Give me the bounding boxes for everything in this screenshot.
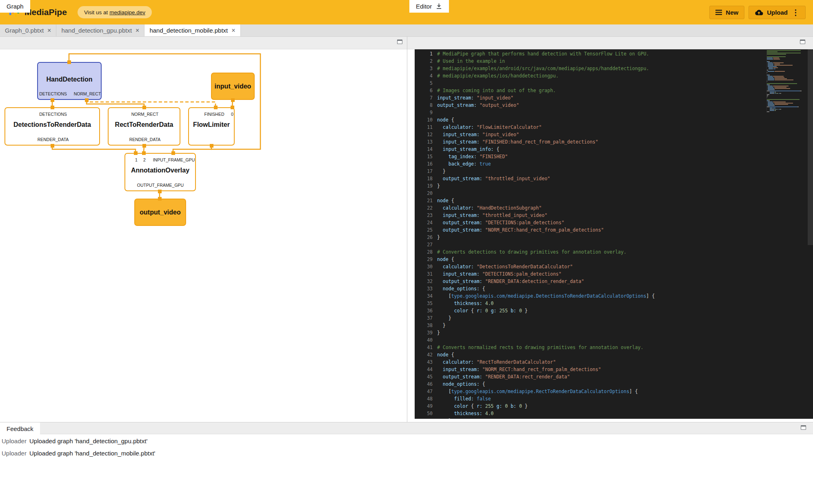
code-line[interactable]: 37 } bbox=[415, 314, 760, 322]
code-text: [type.googleapis.com/mediapipe.RectToRen… bbox=[437, 389, 638, 394]
port-label: 1 bbox=[135, 157, 138, 162]
code-text: # Converts normalized rects to drawing p… bbox=[437, 345, 643, 350]
code-line[interactable]: 2# Used in the example in bbox=[415, 57, 760, 65]
code-line[interactable]: 17 } bbox=[415, 168, 760, 175]
visit-label: Visit us at bbox=[84, 9, 108, 15]
code-line[interactable]: 51 } bbox=[415, 417, 760, 419]
editor-panel-tab[interactable]: Editor bbox=[409, 0, 449, 13]
code-line[interactable]: 27 bbox=[415, 241, 760, 248]
graph-node-detections-to-render-data[interactable]: DETECTIONS DetectionsToRenderData RENDER… bbox=[4, 107, 100, 146]
code-line[interactable]: 46 node_options: { bbox=[415, 380, 760, 388]
code-line[interactable]: 31 input_stream: "DETECTIONS:palm_detect… bbox=[415, 270, 760, 278]
code-line[interactable]: 4# mediapipie/examples/ios/handdetection… bbox=[415, 72, 760, 80]
code-line[interactable]: 21node { bbox=[415, 197, 760, 204]
editor-maximize-icon[interactable] bbox=[800, 40, 805, 44]
code-line[interactable]: 9 bbox=[415, 109, 760, 116]
graph-node-output-video[interactable]: output_video bbox=[134, 199, 186, 226]
feedback-text: Uploaded graph 'hand_detection_mobile.pb… bbox=[29, 450, 155, 457]
code-line[interactable]: 39} bbox=[415, 329, 760, 336]
code-line[interactable]: 40 bbox=[415, 336, 760, 344]
code-line[interactable]: 34 [type.googleapis.com/mediapipe.Detect… bbox=[415, 292, 760, 300]
graph-node-annotation-overlay[interactable]: 1 2 INPUT_FRAME_GPU AnnotationOverlay OU… bbox=[124, 153, 196, 191]
code-line[interactable]: 36 color { r: 0 g: 255 b: 0 } bbox=[415, 307, 760, 314]
port-label: FINISHED bbox=[204, 112, 224, 117]
code-line[interactable]: 32 output_stream: "RENDER_DATA:detection… bbox=[415, 278, 760, 285]
code-line[interactable]: 1# MediaPipe graph that performs hand de… bbox=[415, 50, 760, 57]
code-line[interactable]: 26} bbox=[415, 234, 760, 241]
code-line[interactable]: 23 input_stream: "throttled_input_video" bbox=[415, 212, 760, 219]
code-line[interactable]: 7input_stream: "input_video" bbox=[415, 94, 760, 102]
graph-panel-tab[interactable]: Graph bbox=[0, 0, 30, 13]
feedback-maximize-icon[interactable] bbox=[801, 425, 806, 430]
code-line[interactable]: 35 thickness: 4.0 bbox=[415, 300, 760, 307]
line-number: 37 bbox=[415, 314, 433, 322]
code-line[interactable]: 42node { bbox=[415, 351, 760, 358]
code-line[interactable]: 16 back_edge: true bbox=[415, 160, 760, 168]
code-line[interactable]: 38 } bbox=[415, 322, 760, 329]
port bbox=[51, 98, 54, 102]
code-line[interactable]: 50 thickness: 4.0 bbox=[415, 410, 760, 417]
close-tab-icon[interactable]: × bbox=[47, 27, 51, 34]
code-line[interactable]: 15 tag_index: "FINISHED" bbox=[415, 153, 760, 160]
tab-label: hand_detection_gpu.pbtxt bbox=[61, 27, 132, 34]
editor-scrollbar[interactable] bbox=[808, 49, 813, 245]
download-icon[interactable] bbox=[435, 3, 442, 10]
line-number: 21 bbox=[415, 197, 433, 204]
code-line[interactable]: 19} bbox=[415, 182, 760, 190]
port-label: NORM_RECT bbox=[131, 112, 159, 117]
feedback-panel-tab[interactable]: Feedback bbox=[0, 422, 40, 435]
tab-graph-0[interactable]: Graph_0.pbtxt × bbox=[0, 24, 56, 36]
code-line[interactable]: 28# Converts detections to drawing primi… bbox=[415, 248, 760, 256]
code-text: calculator: "DetectionsToRenderDataCalcu… bbox=[437, 264, 573, 270]
graph-node-hand-detection[interactable]: HandDetection DETECTIONS NORM_RECT bbox=[37, 62, 102, 100]
code-line[interactable]: 24 output_stream: "DETECTIONS:palm_detec… bbox=[415, 219, 760, 226]
line-number: 5 bbox=[415, 80, 433, 87]
minimap[interactable] bbox=[766, 50, 807, 113]
graph-node-rect-to-render-data[interactable]: NORM_RECT RectToRenderData RENDER_DATA bbox=[108, 107, 180, 146]
code-line[interactable]: 20 bbox=[415, 190, 760, 197]
tab-hand-detection-mobile[interactable]: hand_detection_mobile.pbtxt × bbox=[144, 24, 240, 36]
tab-hand-detection-gpu[interactable]: hand_detection_gpu.pbtxt × bbox=[56, 24, 144, 36]
new-button[interactable]: New bbox=[709, 6, 744, 19]
code-line[interactable]: 25 output_stream: "NORM_RECT:hand_rect_f… bbox=[415, 226, 760, 234]
code-line[interactable]: 3# mediapipie/examples/android/src/java/… bbox=[415, 65, 760, 72]
node-title: DetectionsToRenderData bbox=[5, 121, 99, 128]
code-line[interactable]: 14 input_stream_info: { bbox=[415, 146, 760, 153]
code-line[interactable]: 12 input_stream: "input_video" bbox=[415, 131, 760, 138]
code-line[interactable]: 22 calculator: "HandDetectionSubgraph" bbox=[415, 204, 760, 212]
code-line[interactable]: 11 calculator: "FlowLimiterCalculator" bbox=[415, 124, 760, 131]
graph-node-input-video[interactable]: input_video bbox=[211, 73, 255, 100]
visit-link[interactable]: mediapipe.dev bbox=[109, 9, 145, 15]
code-line[interactable]: 8output_stream: "output_video" bbox=[415, 102, 760, 109]
code-editor[interactable]: 1# MediaPipe graph that performs hand de… bbox=[415, 49, 813, 419]
code-line[interactable]: 44 input_stream: "NORM_RECT:hand_rect_fr… bbox=[415, 366, 760, 373]
feedback-panel-tab-label: Feedback bbox=[7, 425, 33, 432]
port-label: 2 bbox=[143, 157, 146, 162]
code-line[interactable]: 6# Images coming into and out of the gra… bbox=[415, 87, 760, 94]
close-tab-icon[interactable]: × bbox=[136, 27, 139, 34]
code-line[interactable]: 33 node_options: { bbox=[415, 285, 760, 292]
code-line[interactable]: 18 output_stream: "throttled_input_video… bbox=[415, 175, 760, 182]
graph-maximize-icon[interactable] bbox=[397, 40, 402, 44]
graph-node-flow-limiter[interactable]: FINISHED 0 FlowLimiter bbox=[188, 107, 235, 146]
code-line[interactable]: 30 calculator: "DetectionsToRenderDataCa… bbox=[415, 263, 760, 270]
code-line[interactable]: 47 [type.googleapis.com/mediapipe.RectTo… bbox=[415, 388, 760, 395]
graph-canvas[interactable]: HandDetection DETECTIONS NORM_RECT input… bbox=[0, 49, 407, 422]
code-text: thickness: 4.0 bbox=[437, 411, 494, 416]
line-number: 24 bbox=[415, 219, 433, 226]
code-line[interactable]: 41# Converts normalized rects to drawing… bbox=[415, 344, 760, 351]
code-line[interactable]: 49 color { r: 255 g: 0 b: 0 } bbox=[415, 402, 760, 410]
code-line[interactable]: 48 filled: false bbox=[415, 395, 760, 402]
upload-button[interactable]: Upload ⋮ bbox=[749, 6, 806, 19]
code-line[interactable]: 10node { bbox=[415, 116, 760, 124]
code-line[interactable]: 43 calculator: "RectToRenderDataCalculat… bbox=[415, 358, 760, 366]
more-options-icon[interactable]: ⋮ bbox=[792, 9, 800, 16]
line-number: 38 bbox=[415, 322, 433, 329]
code-line[interactable]: 13 input_stream: "FINISHED:hand_rect_fro… bbox=[415, 138, 760, 146]
code-text: node_options: { bbox=[437, 381, 485, 387]
code-line[interactable]: 45 output_stream: "RENDER_DATA:rect_rend… bbox=[415, 373, 760, 380]
code-line[interactable]: 5 bbox=[415, 80, 760, 87]
visit-chip[interactable]: Visit us at mediapipe.dev bbox=[78, 6, 152, 18]
code-line[interactable]: 29node { bbox=[415, 256, 760, 263]
close-tab-icon[interactable]: × bbox=[231, 27, 235, 34]
